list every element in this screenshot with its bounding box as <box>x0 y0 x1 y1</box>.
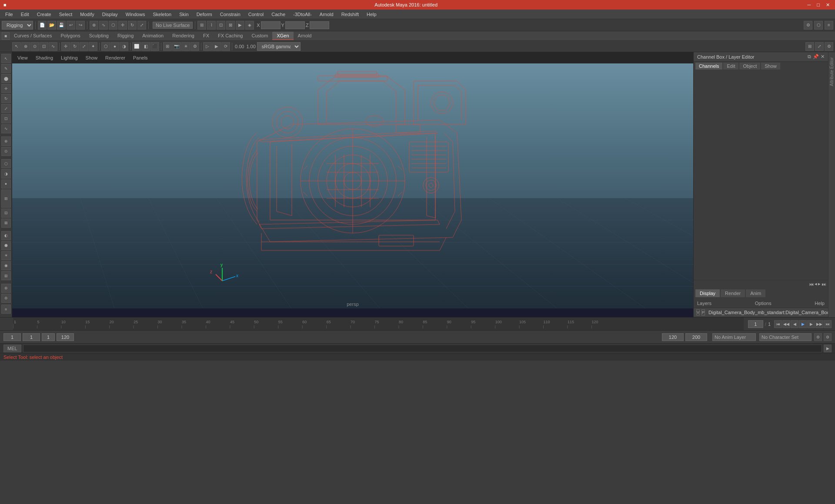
snap-grid-btn[interactable]: ⊞ <box>197 21 206 30</box>
icon-scale[interactable]: ⤢ <box>80 42 88 51</box>
lt-extra1[interactable]: ⊛ <box>1 284 11 293</box>
render-btn[interactable]: ▶ <box>236 21 244 30</box>
icon-lasso[interactable]: ∿ <box>49 42 57 51</box>
layer-p-toggle[interactable]: P <box>701 309 705 315</box>
redo-btn[interactable]: ↪ <box>76 21 85 30</box>
icon-hierarchy[interactable]: ⊕ <box>21 42 30 51</box>
current-frame-input[interactable] <box>23 333 40 341</box>
module-dropdown[interactable]: Rigging <box>2 21 33 30</box>
menu-edit[interactable]: Edit <box>17 11 33 18</box>
layers-menu-options[interactable]: Options <box>755 301 772 306</box>
lt-snap[interactable]: ⊙ <box>1 147 11 156</box>
x-input[interactable] <box>261 21 281 29</box>
layer-row[interactable]: V P Digital_Camera_Body_mb_standart:Digi… <box>694 308 828 317</box>
go-end-btn[interactable]: ⏭ <box>824 320 832 328</box>
menu-cache[interactable]: Cache <box>268 11 289 18</box>
render-region-btn[interactable]: ◈ <box>245 21 254 30</box>
lt-pivot[interactable]: ⊕ <box>1 136 11 146</box>
cb-tab-render[interactable]: Render <box>721 289 745 297</box>
cb-next-frame[interactable]: ▸ <box>818 281 821 287</box>
mod-tab-fxcaching[interactable]: FX Caching <box>214 32 247 40</box>
lt-move[interactable]: ✛ <box>1 84 11 93</box>
icon-grid[interactable]: ⊞ <box>163 42 172 51</box>
anim-pref-btn[interactable]: ⚙ <box>824 333 832 341</box>
menu-redshift[interactable]: Redshift <box>338 11 362 18</box>
lt-view2[interactable]: ◑ <box>1 169 11 178</box>
icon-render1[interactable]: ▷ <box>203 42 212 51</box>
lt-extra2[interactable]: ⊜ <box>1 294 11 303</box>
cb-next-key[interactable]: ⏭ <box>822 282 826 287</box>
icon-render2[interactable]: ▶ <box>212 42 221 51</box>
cb-pin-btn[interactable]: 📌 <box>813 54 819 60</box>
lt-bottom[interactable]: ≡ <box>1 305 11 314</box>
snap-view-btn[interactable]: ⊠ <box>226 21 235 30</box>
icon-smooth[interactable]: ● <box>110 42 119 51</box>
cb-tab-anim[interactable]: Anim <box>746 289 765 297</box>
lt-paint[interactable]: ✎ <box>1 64 11 73</box>
layers-menu-help[interactable]: Help <box>815 301 825 306</box>
mel-toggle-btn[interactable]: MEL <box>3 345 21 352</box>
cb-prev-frame[interactable]: ◂ <box>815 281 817 287</box>
vp-show-menu[interactable]: Show <box>82 54 101 61</box>
menu-file[interactable]: File <box>2 11 17 18</box>
lt-layout1[interactable]: ⊞ <box>1 189 11 208</box>
rotate-btn[interactable]: ↻ <box>128 21 137 30</box>
render-settings-btn[interactable]: ⚙ <box>804 21 812 30</box>
select-btn[interactable]: ⊕ <box>90 21 98 30</box>
mod-tab-animation[interactable]: Animation <box>138 32 168 40</box>
cb-expand-btn[interactable]: ⧉ <box>808 54 811 60</box>
paint-btn[interactable]: ⬡ <box>109 21 117 30</box>
icon-pick[interactable]: ⊙ <box>30 42 39 51</box>
lasso-btn[interactable]: ∿ <box>99 21 108 30</box>
lt-texture[interactable]: ⬢ <box>1 241 11 250</box>
mod-tab-arnold[interactable]: Arnold <box>294 32 316 40</box>
outliner-btn[interactable]: ≡ <box>825 21 833 30</box>
minimize-button[interactable]: ─ <box>806 2 813 8</box>
z-input[interactable] <box>310 21 329 29</box>
cb-close-btn[interactable]: ✕ <box>821 54 825 60</box>
color-space-dropdown[interactable]: sRGB gamma <box>257 42 301 51</box>
lt-rotate[interactable]: ↻ <box>1 94 11 103</box>
mod-tab-curves[interactable]: Curves / Surfaces <box>10 32 56 40</box>
next-frame-btn[interactable]: ▶ <box>807 320 815 328</box>
viewport-canvas[interactable]: x y z persp <box>12 63 693 308</box>
icon-select[interactable]: ↖ <box>12 42 21 51</box>
icon-shade-w[interactable]: ⬜ <box>132 42 141 51</box>
lt-brush[interactable]: ⬤ <box>1 74 11 83</box>
menu-skin[interactable]: Skin <box>176 11 192 18</box>
icon-translate[interactable]: ✛ <box>61 42 70 51</box>
icon-light[interactable]: ☀ <box>181 42 190 51</box>
cb-prev-key[interactable]: ⏮ <box>809 282 814 287</box>
lt-grid-toggle[interactable]: ⊞ <box>1 271 11 280</box>
vp-panels-menu[interactable]: Panels <box>130 54 151 61</box>
lt-layout2[interactable]: ⊟ <box>1 209 11 218</box>
cb-tab-object[interactable]: Object <box>739 63 760 70</box>
mod-tab-rigging[interactable]: Rigging <box>113 32 138 40</box>
icon-wireframe[interactable]: ⬡ <box>101 42 110 51</box>
maximize-button[interactable]: □ <box>815 2 822 8</box>
close-button[interactable]: ✕ <box>824 2 832 8</box>
lt-view3[interactable]: ● <box>1 179 11 189</box>
layers-menu-layers[interactable]: Layers <box>697 301 711 306</box>
icon-shade-s[interactable]: ◧ <box>141 42 150 51</box>
cb-tab-display[interactable]: Display <box>695 289 720 297</box>
playback-end-input[interactable] <box>57 333 74 341</box>
icon-prefs[interactable]: ⚙ <box>825 42 833 51</box>
mod-tab-xgen[interactable]: XGen <box>272 32 293 40</box>
vp-shading-menu[interactable]: Shading <box>32 54 57 61</box>
icon-marquee[interactable]: ⊡ <box>40 42 48 51</box>
cb-tab-channels[interactable]: Channels <box>695 63 722 70</box>
prev-key-btn[interactable]: ◀◀ <box>782 320 790 328</box>
lt-marquee[interactable]: ⊡ <box>1 114 11 123</box>
cb-tab-edit[interactable]: Edit <box>723 63 738 70</box>
script-run-btn[interactable]: ▶ <box>824 345 832 352</box>
icon-display-settings[interactable]: ⚙ <box>190 42 199 51</box>
lt-shader[interactable]: ◐ <box>1 231 11 240</box>
script-input[interactable] <box>23 345 822 352</box>
play-btn[interactable]: ▶ <box>799 320 807 328</box>
move-btn[interactable]: ✛ <box>118 21 127 30</box>
next-key-btn[interactable]: ▶▶ <box>815 320 823 328</box>
menu-display[interactable]: Display <box>99 11 121 18</box>
prev-frame-btn[interactable]: ◀ <box>791 320 798 328</box>
vp-renderer-menu[interactable]: Renderer <box>102 54 129 61</box>
